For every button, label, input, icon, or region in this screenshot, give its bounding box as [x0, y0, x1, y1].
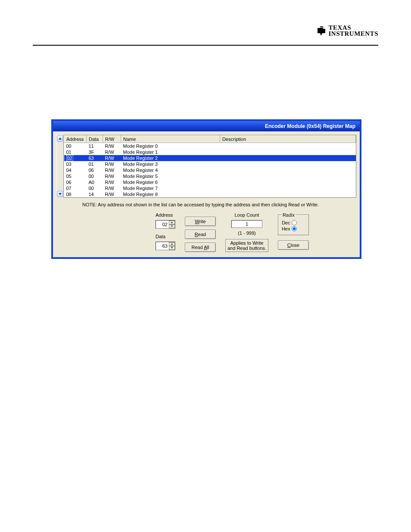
scroll-track[interactable] [57, 142, 63, 191]
table-row[interactable]: 0814R/WMode Register 8 [64, 191, 356, 197]
header-rule [33, 45, 378, 46]
cell-data: 00 [87, 185, 103, 191]
cell-address: 08 [64, 191, 87, 197]
cell-description [220, 179, 356, 185]
cell-address: 05 [64, 173, 87, 179]
cell-description [220, 155, 356, 161]
cell-description [220, 149, 356, 155]
col-description[interactable]: Description [220, 136, 356, 143]
cell-name: Mode Register 3 [121, 161, 220, 167]
register-map-dialog: Encoder Module (0x54) Register Map [52, 120, 361, 258]
table-row[interactable]: 0406R/WMode Register 4 [64, 167, 356, 173]
data-label: Data [156, 234, 175, 239]
cell-data: 3F [87, 149, 103, 155]
cell-rw: R/W [103, 167, 121, 173]
svg-rect-1 [322, 27, 323, 28]
cell-name: Mode Register 8 [121, 191, 220, 197]
brand-logo: TEXAS INSTRUMENTS [316, 25, 378, 37]
cell-name: Mode Register 7 [121, 185, 220, 191]
cell-rw: R/W [103, 149, 121, 155]
address-spin-up[interactable]: ▲ [169, 221, 175, 224]
address-label: Address [156, 212, 175, 218]
cell-data: 11 [87, 143, 103, 149]
vertical-scrollbar[interactable] [56, 135, 63, 198]
cell-address: 04 [64, 167, 87, 173]
cell-address: 02 [64, 155, 87, 161]
table-row[interactable]: 0263R/WMode Register 2 [64, 155, 356, 161]
cell-description [220, 185, 356, 191]
cell-address: 03 [64, 161, 87, 167]
scroll-up-button[interactable] [57, 135, 63, 142]
cell-description [220, 191, 356, 197]
read-all-button[interactable]: Read All [185, 243, 216, 252]
table-row[interactable]: 06A0R/WMode Register 6 [64, 179, 356, 185]
loop-count-input[interactable] [231, 220, 262, 228]
cell-address: 00 [64, 143, 87, 149]
table-row[interactable]: 013FR/WMode Register 1 [64, 149, 356, 155]
read-button[interactable]: Read [185, 230, 216, 239]
radix-dec-radio[interactable] [292, 220, 297, 225]
loop-range: (1 - 999) [238, 230, 256, 236]
ti-chip-icon [316, 25, 327, 37]
cell-description [220, 161, 356, 167]
cell-rw: R/W [103, 161, 121, 167]
cell-description [220, 173, 356, 179]
cell-rw: R/W [103, 155, 121, 161]
data-spin-down[interactable]: ▼ [169, 246, 175, 250]
titlebar[interactable]: Encoder Module (0x54) Register Map [53, 121, 360, 131]
cell-description [220, 167, 356, 173]
cell-name: Mode Register 6 [121, 179, 220, 185]
col-name[interactable]: Name [121, 136, 220, 143]
cell-rw: R/W [103, 143, 121, 149]
cell-name: Mode Register 1 [121, 149, 220, 155]
write-button[interactable]: Write [185, 217, 216, 226]
cell-data: 63 [87, 155, 103, 161]
register-listview[interactable]: Address Data R/W Name Description 0011R/… [63, 135, 356, 198]
chevron-up-icon [59, 137, 62, 140]
note-text: NOTE: Any address not shown in the list … [56, 202, 356, 207]
cell-name: Mode Register 5 [121, 173, 220, 179]
cell-rw: R/W [103, 179, 121, 185]
cell-data: 06 [87, 167, 103, 173]
address-input[interactable] [156, 221, 169, 228]
address-spinner[interactable]: ▲ ▼ [156, 220, 175, 229]
data-spin-up[interactable]: ▲ [169, 242, 175, 246]
cell-data: 14 [87, 191, 103, 197]
radix-hex-radio[interactable] [292, 226, 297, 231]
radix-dec-option[interactable]: Dec [282, 220, 304, 225]
cell-data: A0 [87, 179, 103, 185]
data-spinner[interactable]: ▲ ▼ [156, 242, 175, 250]
loop-count-label: Loop Count [235, 212, 259, 218]
cell-name: Mode Register 4 [121, 167, 220, 173]
cell-description [220, 143, 356, 149]
cell-address: 01 [64, 149, 87, 155]
table-row[interactable]: 0011R/WMode Register 0 [64, 143, 356, 149]
data-input[interactable] [156, 242, 169, 250]
close-button[interactable]: Close [278, 240, 309, 250]
cell-data: 00 [87, 173, 103, 179]
cell-name: Mode Register 0 [121, 143, 220, 149]
window-title: Encoder Module (0x54) Register Map [265, 123, 355, 129]
radix-legend: Radix [282, 212, 296, 218]
cell-rw: R/W [103, 173, 121, 179]
cell-rw: R/W [103, 191, 121, 197]
cell-rw: R/W [103, 185, 121, 191]
cell-address: 07 [64, 185, 87, 191]
table-row[interactable]: 0500R/WMode Register 5 [64, 173, 356, 179]
logo-line2: INSTRUMENTS [328, 30, 378, 37]
table-row[interactable]: 0301R/WMode Register 3 [64, 161, 356, 167]
scroll-down-button[interactable] [57, 191, 63, 197]
radix-hex-option[interactable]: Hex [282, 226, 304, 231]
loop-applies-note: Applies to Write and Read buttons. [225, 239, 268, 252]
radix-group: Radix Dec Hex [278, 212, 309, 235]
table-row[interactable]: 0700R/WMode Register 7 [64, 185, 356, 191]
chevron-down-icon [59, 193, 62, 195]
cell-name: Mode Register 2 [121, 155, 220, 161]
address-spin-down[interactable]: ▼ [169, 224, 175, 228]
col-rw[interactable]: R/W [103, 136, 121, 143]
col-data[interactable]: Data [87, 136, 103, 143]
svg-rect-0 [321, 27, 321, 28]
column-header-row[interactable]: Address Data R/W Name Description [64, 136, 356, 143]
cell-address: 06 [64, 179, 87, 185]
col-address[interactable]: Address [64, 136, 87, 143]
